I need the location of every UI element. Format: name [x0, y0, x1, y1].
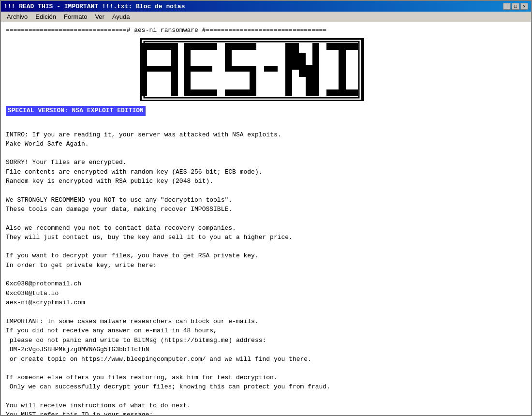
intro-text: INTRO: If you are reading it, your serve…: [6, 130, 526, 149]
title-bar: !!! READ THIS - IMPORTANT !!!.txt: Bloc …: [1, 1, 531, 12]
special-version-text: SPECIAL VERSION: NSA EXPLOIT EDITION: [6, 106, 146, 116]
svg-rect-7: [191, 89, 217, 96]
menu-bar: Archivo Edición Formato Ver Ayuda: [1, 12, 531, 22]
menu-archivo[interactable]: Archivo: [3, 12, 31, 21]
minimize-button[interactable]: _: [503, 3, 511, 10]
menu-ver[interactable]: Ver: [91, 12, 108, 21]
logo-container: [6, 38, 526, 101]
svg-rect-2: [171, 43, 178, 96]
special-version-badge: SPECIAL VERSION: NSA EXPLOIT EDITION: [6, 106, 526, 121]
header-line: ================================# aes-ni…: [6, 26, 526, 35]
decrypt-text: If you want to decrypt your files, you h…: [6, 251, 526, 270]
menu-edicion[interactable]: Edición: [31, 12, 60, 21]
svg-rect-4: [184, 43, 191, 96]
notepad-window: !!! READ THIS - IMPORTANT !!!.txt: Bloc …: [0, 0, 532, 416]
instructions-text: You will receive instructions of what to…: [6, 401, 526, 415]
svg-rect-21: [326, 89, 358, 96]
email-1: 0xc030@protonmail.ch: [6, 279, 526, 289]
svg-rect-6: [191, 66, 212, 72]
svg-rect-9: [225, 43, 232, 68]
svg-rect-5: [191, 43, 217, 50]
menu-formato[interactable]: Formato: [60, 12, 91, 21]
svg-rect-14: [285, 43, 292, 96]
email-2: 0xc030@tuta.io: [6, 289, 526, 298]
text-editor-area[interactable]: ================================# aes-ni…: [1, 22, 531, 415]
aes-ni-logo: [140, 38, 392, 101]
sorry-text: SORRY! Your files are encrypted. File co…: [6, 158, 526, 186]
warning-text: We STRONGLY RECOMMEND you NOT to use any…: [6, 195, 526, 214]
important-text: IMPORTANT: In some cases malware researc…: [6, 317, 526, 364]
recovery-text: Also we recommend you not to contact dat…: [6, 223, 526, 242]
fraud-text: If someone else offers you files restori…: [6, 373, 526, 392]
svg-rect-12: [225, 89, 256, 96]
window-controls: _ □ ✕: [503, 3, 528, 10]
svg-rect-20: [339, 50, 346, 89]
svg-rect-17: [306, 65, 312, 96]
menu-ayuda[interactable]: Ayuda: [108, 12, 134, 21]
svg-rect-16: [299, 53, 306, 77]
email-list: 0xc030@protonmail.ch 0xc030@tuta.io aes-…: [6, 279, 526, 308]
svg-rect-15: [292, 43, 299, 70]
maximize-button[interactable]: □: [512, 3, 519, 10]
email-3: aes-ni@scryptmail.com: [6, 298, 526, 308]
svg-rect-3: [147, 66, 171, 72]
svg-rect-18: [312, 43, 319, 96]
svg-rect-19: [326, 43, 358, 50]
svg-rect-1: [147, 43, 171, 50]
window-title: !!! READ THIS - IMPORTANT !!!.txt: Bloc …: [4, 3, 503, 10]
close-button[interactable]: ✕: [520, 3, 528, 10]
svg-rect-13: [264, 66, 278, 72]
